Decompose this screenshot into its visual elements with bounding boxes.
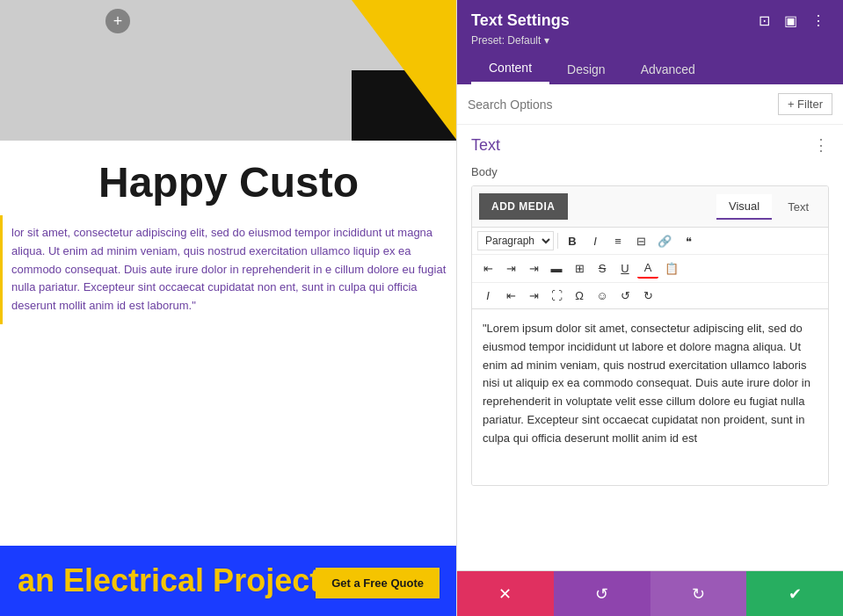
underline-button[interactable]: U xyxy=(614,259,636,278)
link-button[interactable]: 🔗 xyxy=(653,232,676,250)
toolbar: Paragraph Heading 1 Heading 2 B I ≡ ⊟ 🔗 … xyxy=(472,228,828,309)
bottom-bar-text: an Electrical Project or xyxy=(18,562,360,599)
undo-button[interactable]: ↺ xyxy=(554,571,650,616)
filter-button[interactable]: + Filter xyxy=(778,93,832,115)
editor-tabs: Visual Text xyxy=(716,194,821,220)
align-justify-button[interactable]: ▬ xyxy=(546,259,567,278)
search-row: + Filter xyxy=(457,84,843,125)
search-input[interactable] xyxy=(468,98,771,112)
panel-icon-more[interactable]: ⋮ xyxy=(808,11,829,31)
panel-tabs: Content Design Advanced xyxy=(471,54,829,84)
align-right-button[interactable]: ⇥ xyxy=(523,259,544,278)
action-bar: ✕ ↺ ↻ ✔ xyxy=(457,570,843,616)
panel-title: Text Settings xyxy=(471,11,570,30)
panel-header: Text Settings ⊡ ▣ ⋮ Preset: Default ▾ Co… xyxy=(457,0,843,84)
section-menu-button[interactable]: ⋮ xyxy=(813,135,829,155)
add-element-button[interactable]: + xyxy=(105,9,130,33)
tab-content[interactable]: Content xyxy=(471,54,549,84)
tab-design[interactable]: Design xyxy=(549,54,623,84)
separator-1 xyxy=(557,233,558,249)
indent-increase-button[interactable]: ⇥ xyxy=(523,286,544,305)
undo-editor-button[interactable]: ↺ xyxy=(614,286,636,305)
fullscreen-button[interactable]: ⛶ xyxy=(546,286,567,305)
editor-tab-text[interactable]: Text xyxy=(775,194,821,220)
toolbar-row-3: I ⇤ ⇥ ⛶ Ω ☺ ↺ ↻ xyxy=(472,283,828,308)
redo-editor-button[interactable]: ↻ xyxy=(637,286,658,305)
table-button[interactable]: ⊞ xyxy=(569,259,590,278)
tab-advanced[interactable]: Advanced xyxy=(623,54,713,84)
add-media-section: ADD MEDIA Visual Text xyxy=(472,186,828,228)
font-color-button[interactable]: A xyxy=(637,258,658,279)
editor-area: ADD MEDIA Visual Text Paragraph Heading … xyxy=(471,185,829,486)
italic-button[interactable]: I xyxy=(585,232,606,250)
italic2-button[interactable]: I xyxy=(477,286,498,305)
indent-decrease-button[interactable]: ⇤ xyxy=(500,286,521,305)
panel-icon-tablet[interactable]: ▣ xyxy=(781,11,801,31)
special-chars-button[interactable]: Ω xyxy=(569,286,590,305)
text-content-area[interactable]: "Lorem ipsum dolor sit amet, consectetur… xyxy=(472,309,828,485)
panel-preset[interactable]: Preset: Default ▾ xyxy=(471,34,829,47)
strikethrough-button[interactable]: S xyxy=(592,259,613,278)
bottom-bar: an Electrical Project or Get a Free Quot… xyxy=(0,546,457,616)
toolbar-row-1: Paragraph Heading 1 Heading 2 B I ≡ ⊟ 🔗 … xyxy=(472,228,828,255)
body-field-label: Body xyxy=(471,165,829,178)
editor-tab-visual[interactable]: Visual xyxy=(716,194,772,220)
save-button[interactable]: ✔ xyxy=(746,571,843,616)
align-left-button[interactable]: ⇤ xyxy=(477,259,498,278)
ordered-list-button[interactable]: ⊟ xyxy=(630,232,651,250)
blockquote-button[interactable]: ❝ xyxy=(678,232,699,250)
paste-button[interactable]: 📋 xyxy=(660,259,683,278)
paragraph-select[interactable]: Paragraph Heading 1 Heading 2 xyxy=(477,231,554,250)
settings-panel: Text Settings ⊡ ▣ ⋮ Preset: Default ▾ Co… xyxy=(456,0,843,616)
body-text-section: lor sit amet, consectetur adipiscing eli… xyxy=(0,215,457,324)
emoji-button[interactable]: ☺ xyxy=(592,286,613,305)
section-title: Text xyxy=(471,136,500,155)
bold-button[interactable]: B xyxy=(562,232,583,250)
main-heading: Happy Custo xyxy=(9,158,448,207)
heading-section: Happy Custo xyxy=(0,141,457,215)
redo-button[interactable]: ↻ xyxy=(650,571,747,616)
panel-title-row: Text Settings ⊡ ▣ ⋮ xyxy=(471,11,829,31)
panel-title-icons: ⊡ ▣ ⋮ xyxy=(755,11,829,31)
section-header: Text ⋮ xyxy=(471,135,829,155)
hero-section: + xyxy=(0,0,457,141)
page-content: + Happy Custo lor sit amet, consectetur … xyxy=(0,0,457,616)
body-paragraph: lor sit amet, consectetur adipiscing eli… xyxy=(11,224,448,315)
free-quote-button[interactable]: Get a Free Quote xyxy=(316,568,440,598)
toolbar-row-2: ⇤ ⇥ ⇥ ▬ ⊞ S U A 📋 xyxy=(472,255,828,283)
align-center-button[interactable]: ⇥ xyxy=(500,259,521,278)
unordered-list-button[interactable]: ≡ xyxy=(607,232,629,250)
editor-content: "Lorem ipsum dolor sit amet, consectetur… xyxy=(483,322,810,445)
panel-body: Text ⋮ Body ADD MEDIA Visual Text Paragr… xyxy=(457,125,843,570)
cancel-button[interactable]: ✕ xyxy=(457,571,554,616)
add-media-button[interactable]: ADD MEDIA xyxy=(479,193,568,220)
panel-icon-desktop[interactable]: ⊡ xyxy=(755,11,774,31)
